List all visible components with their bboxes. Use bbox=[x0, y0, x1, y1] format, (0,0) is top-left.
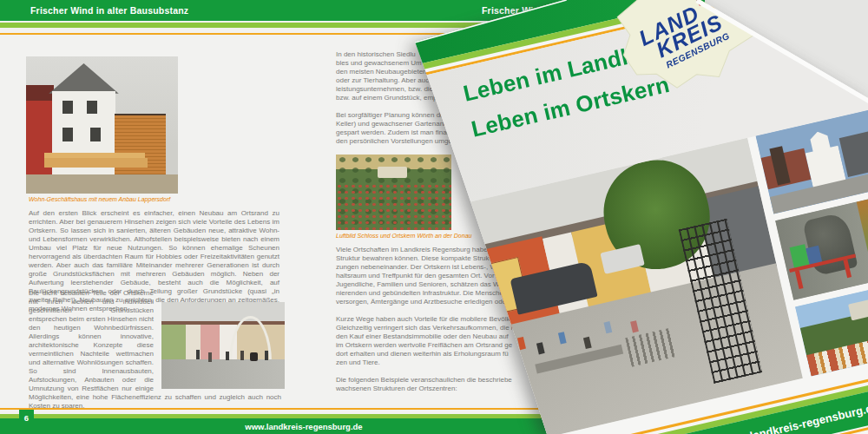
cover-page: LAND KREIS REGENSBURG Leben im Landkreis… bbox=[386, 0, 868, 434]
cover-page-edge-left bbox=[275, 38, 417, 434]
brochure-mockup: Frischer Wind in alter Bausubstanz Frisc… bbox=[0, 0, 868, 434]
cover-wrapper: LAND KREIS REGENSBURG Leben im Landkreis… bbox=[0, 0, 868, 434]
cover-clip: LAND KREIS REGENSBURG Leben im Landkreis… bbox=[0, 0, 868, 434]
